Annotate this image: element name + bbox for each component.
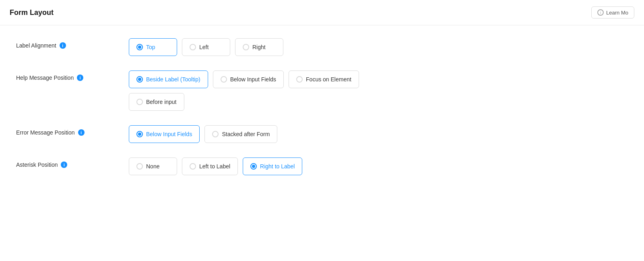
radio-circle-left-to-label — [190, 163, 196, 170]
form-row-help-message-position: Help Message PositioniBeside Label (Tool… — [16, 70, 628, 111]
option-label-before-input: Before input — [146, 99, 177, 105]
options-row-asterisk-position-0: NoneLeft to LabelRight to Label — [129, 157, 302, 175]
option-label-below-input-fields: Below Input Fields — [146, 131, 192, 137]
option-label-focus-on-element: Focus on Element — [306, 76, 351, 83]
row-label-text-asterisk-position: Asterisk Position — [16, 162, 58, 168]
option-label-right: Right — [252, 44, 266, 50]
row-label-help-message-position: Help Message Positioni — [16, 70, 129, 81]
option-label-top: Top — [146, 44, 155, 50]
learn-more-button[interactable]: i Learn Mo — [591, 6, 634, 19]
radio-dot-right-to-label — [252, 165, 255, 168]
options-wrap-help-message-position: Beside Label (Tooltip)Below Input Fields… — [129, 70, 359, 111]
options-wrap-label-alignment: TopLeftRight — [129, 38, 283, 56]
info-icon-help-message-position[interactable]: i — [77, 75, 83, 81]
options-wrap-error-message-position: Below Input FieldsStacked after Form — [129, 125, 277, 143]
radio-circle-focus-on-element — [296, 76, 303, 83]
row-label-text-help-message-position: Help Message Position — [16, 75, 74, 81]
learn-more-label: Learn Mo — [606, 10, 628, 16]
info-icon-error-message-position[interactable]: i — [78, 129, 85, 136]
options-row-label-alignment-0: TopLeftRight — [129, 38, 283, 56]
radio-circle-right — [243, 44, 249, 50]
form-row-label-alignment: Label AlignmentiTopLeftRight — [16, 38, 628, 56]
radio-option-left-to-label[interactable]: Left to Label — [182, 157, 238, 175]
radio-option-below-input-fields[interactable]: Below Input Fields — [213, 70, 284, 88]
option-label-stacked-after-form: Stacked after Form — [222, 131, 270, 137]
radio-dot-below-input-fields — [138, 133, 141, 136]
radio-circle-none — [136, 163, 143, 170]
radio-circle-top — [136, 44, 143, 50]
option-label-below-input-fields: Below Input Fields — [230, 76, 276, 83]
form-row-error-message-position: Error Message PositioniBelow Input Field… — [16, 125, 628, 143]
content: Label AlignmentiTopLeftRightHelp Message… — [0, 25, 644, 203]
radio-circle-below-input-fields — [136, 131, 143, 137]
option-label-none: None — [146, 163, 159, 170]
options-wrap-asterisk-position: NoneLeft to LabelRight to Label — [129, 157, 302, 175]
row-label-text-label-alignment: Label Alignment — [16, 42, 56, 49]
page-title: Form Layout — [10, 8, 54, 17]
option-label-beside-label: Beside Label (Tooltip) — [146, 76, 200, 83]
radio-circle-below-input-fields — [221, 76, 227, 83]
radio-circle-left — [190, 44, 196, 50]
radio-option-beside-label[interactable]: Beside Label (Tooltip) — [129, 70, 208, 88]
radio-option-below-input-fields[interactable]: Below Input Fields — [129, 125, 200, 143]
row-label-label-alignment: Label Alignmenti — [16, 38, 129, 49]
info-icon-asterisk-position[interactable]: i — [61, 162, 67, 168]
radio-circle-before-input — [136, 99, 143, 105]
row-label-text-error-message-position: Error Message Position — [16, 129, 75, 136]
form-row-asterisk-position: Asterisk PositioniNoneLeft to LabelRight… — [16, 157, 628, 175]
radio-circle-right-to-label — [250, 163, 257, 170]
radio-circle-stacked-after-form — [212, 131, 219, 137]
radio-option-stacked-after-form[interactable]: Stacked after Form — [204, 125, 277, 143]
options-row-help-message-position-0: Beside Label (Tooltip)Below Input Fields… — [129, 70, 359, 88]
option-label-right-to-label: Right to Label — [260, 163, 295, 170]
radio-option-left[interactable]: Left — [182, 38, 230, 56]
info-icon-label-alignment[interactable]: i — [60, 42, 66, 49]
learn-more-icon: i — [597, 9, 604, 16]
radio-option-focus-on-element[interactable]: Focus on Element — [289, 70, 359, 88]
radio-dot-beside-label — [138, 78, 141, 81]
row-label-error-message-position: Error Message Positioni — [16, 125, 129, 136]
page: Form Layout i Learn Mo Label AlignmentiT… — [0, 0, 644, 261]
header: Form Layout i Learn Mo — [0, 0, 644, 25]
options-row-error-message-position-0: Below Input FieldsStacked after Form — [129, 125, 277, 143]
radio-dot-top — [138, 46, 141, 49]
options-row-help-message-position-1: Before input — [129, 93, 359, 111]
radio-option-before-input[interactable]: Before input — [129, 93, 184, 111]
radio-option-right[interactable]: Right — [235, 38, 283, 56]
radio-option-top[interactable]: Top — [129, 38, 177, 56]
radio-option-right-to-label[interactable]: Right to Label — [243, 157, 302, 175]
option-label-left-to-label: Left to Label — [199, 163, 230, 170]
radio-circle-beside-label — [136, 76, 143, 83]
radio-option-none[interactable]: None — [129, 157, 177, 175]
row-label-asterisk-position: Asterisk Positioni — [16, 157, 129, 168]
option-label-left: Left — [199, 44, 208, 50]
